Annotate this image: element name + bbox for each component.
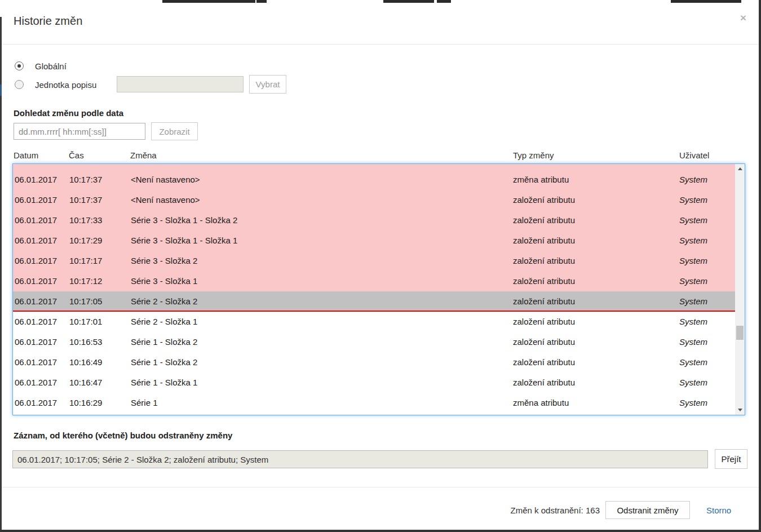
changes-rows: 06.01.2017 10:17:37 <Není nastaveno> změ… xyxy=(13,164,735,415)
row-time: 10:17:37 xyxy=(69,170,102,190)
table-row[interactable]: 06.01.2017 10:16:29 Série 1 změna atribu… xyxy=(13,393,735,413)
table-row[interactable]: 06.01.2017 10:17:05 Série 2 - Složka 2 z… xyxy=(13,291,735,312)
column-header-date: Datum xyxy=(14,150,38,160)
row-type: založení atributu xyxy=(513,291,575,312)
column-header-type: Typ změny xyxy=(513,150,554,160)
row-type: založení atributu xyxy=(513,332,575,352)
row-time: 10:17:05 xyxy=(69,291,102,312)
background-top-fragment xyxy=(437,0,451,3)
table-row[interactable]: 06.01.2017 10:16:53 Série 1 - Složka 2 z… xyxy=(13,332,735,352)
radio-unit-label: Jednotka popisu xyxy=(35,80,96,90)
row-change: Série 2 - Složka 1 xyxy=(131,312,197,332)
row-date: 06.01.2017 xyxy=(15,312,57,332)
row-time: 10:16:29 xyxy=(69,393,102,413)
table-row[interactable]: 06.01.2017 10:16:49 Série 1 - Složka 2 z… xyxy=(13,352,735,373)
row-type: založení atributu xyxy=(513,251,575,271)
removal-record-input[interactable] xyxy=(12,450,708,468)
go-to-button[interactable]: Přejít xyxy=(715,449,747,469)
row-time: 10:17:29 xyxy=(69,230,102,251)
row-user: System xyxy=(679,352,707,373)
background-top-fragment xyxy=(256,0,267,3)
changes-count: Změn k odstranění: 163 xyxy=(511,506,600,515)
changes-count-value: 163 xyxy=(586,506,600,515)
scrollbar[interactable] xyxy=(735,164,745,415)
row-date: 06.01.2017 xyxy=(15,271,57,291)
row-user: System xyxy=(679,291,707,312)
row-date: 06.01.2017 xyxy=(15,251,57,271)
row-date: 06.01.2017 xyxy=(15,210,57,230)
row-date: 06.01.2017 xyxy=(15,373,57,393)
changes-listbox[interactable]: 06.01.2017 10:17:37 <Není nastaveno> změ… xyxy=(12,163,745,415)
row-type: založení atributu xyxy=(513,210,575,230)
table-row[interactable]: 06.01.2017 10:17:29 Série 3 - Složka 1 -… xyxy=(13,230,735,251)
header-divider xyxy=(0,44,761,45)
unit-input[interactable] xyxy=(117,76,244,92)
row-date: 06.01.2017 xyxy=(15,291,57,312)
page-title: Historie změn xyxy=(14,15,82,28)
date-search-label: Dohledat změnu podle data xyxy=(14,108,123,118)
scrollbar-thumb[interactable] xyxy=(736,326,744,340)
remove-changes-button[interactable]: Odstranit změny xyxy=(605,501,690,519)
row-user: System xyxy=(679,312,707,332)
row-change: Série 3 - Složka 1 - Složka 2 xyxy=(131,210,237,230)
row-change: Série 3 - Složka 1 xyxy=(131,271,197,291)
row-user: System xyxy=(679,210,707,230)
background-top-fragment xyxy=(383,0,434,3)
row-change: Série 1 - Složka 1 xyxy=(131,373,197,393)
row-type: založení atributu xyxy=(513,190,575,210)
row-date: 06.01.2017 xyxy=(15,352,57,373)
cancel-link[interactable]: Storno xyxy=(706,506,731,515)
select-unit-button[interactable]: Vybrat xyxy=(249,75,286,94)
column-header-change: Změna xyxy=(130,150,157,160)
table-row[interactable]: 06.01.2017 10:17:37 <Není nastaveno> zal… xyxy=(13,190,735,210)
row-time: 10:17:17 xyxy=(69,251,102,271)
row-user: System xyxy=(679,170,707,190)
row-type: založení atributu xyxy=(513,373,575,393)
removal-label: Záznam, od kterého (včetně) budou odstra… xyxy=(14,431,232,440)
scroll-up-button[interactable] xyxy=(735,164,745,174)
row-time: 10:17:33 xyxy=(69,210,102,230)
table-row[interactable]: 06.01.2017 10:16:47 Série 1 - Složka 1 z… xyxy=(13,373,735,393)
footer-divider xyxy=(0,487,759,487)
row-change: Série 3 - Složka 2 xyxy=(131,251,197,271)
radio-unit-circle[interactable] xyxy=(15,80,24,89)
column-header-user: Uživatel xyxy=(679,150,709,160)
table-row[interactable]: 06.01.2017 10:17:01 Série 2 - Složka 1 z… xyxy=(13,312,735,332)
radio-global-label: Globální xyxy=(35,61,67,71)
row-user: System xyxy=(679,230,707,251)
history-dialog: Historie změn × Globální Jednotka popisu… xyxy=(0,0,761,532)
row-date: 06.01.2017 xyxy=(15,393,57,413)
row-type: založení atributu xyxy=(513,271,575,291)
row-change: Série 1 - Složka 2 xyxy=(131,332,197,352)
background-edge-right xyxy=(759,0,761,532)
background-edge-bottom xyxy=(0,530,761,532)
row-date: 06.01.2017 xyxy=(15,190,57,210)
show-button[interactable]: Zobrazit xyxy=(151,122,198,140)
close-icon[interactable]: × xyxy=(740,12,746,23)
row-user: System xyxy=(679,251,707,271)
table-row[interactable]: 06.01.2017 10:17:12 Série 3 - Složka 1 z… xyxy=(13,271,735,291)
table-row[interactable]: 06.01.2017 10:17:17 Série 3 - Složka 2 z… xyxy=(13,251,735,271)
row-user: System xyxy=(679,271,707,291)
background-edge-fragment xyxy=(0,85,2,96)
radio-unit[interactable]: Jednotka popisu xyxy=(15,79,96,90)
row-date: 06.01.2017 xyxy=(15,230,57,251)
date-search-input[interactable] xyxy=(14,123,145,140)
row-type: založení atributu xyxy=(513,230,575,251)
background-top-fragment xyxy=(671,0,741,3)
row-change: <Není nastaveno> xyxy=(131,190,200,210)
radio-global-circle[interactable] xyxy=(15,61,24,70)
radio-global[interactable]: Globální xyxy=(15,61,67,71)
scroll-down-button[interactable] xyxy=(735,405,745,415)
scroll-up-icon xyxy=(738,167,742,170)
scroll-down-icon xyxy=(738,409,742,411)
row-type: založení atributu xyxy=(513,312,575,332)
row-type: změna atributu xyxy=(513,170,569,190)
table-row[interactable]: 06.01.2017 10:17:37 <Není nastaveno> změ… xyxy=(13,170,735,190)
row-time: 10:16:53 xyxy=(69,332,102,352)
table-row[interactable]: 06.01.2017 10:17:33 Série 3 - Složka 1 -… xyxy=(13,210,735,230)
background-top-fragment xyxy=(162,0,255,3)
row-change: Série 1 - Složka 2 xyxy=(131,352,197,373)
row-user: System xyxy=(679,190,707,210)
row-user: System xyxy=(679,393,707,413)
